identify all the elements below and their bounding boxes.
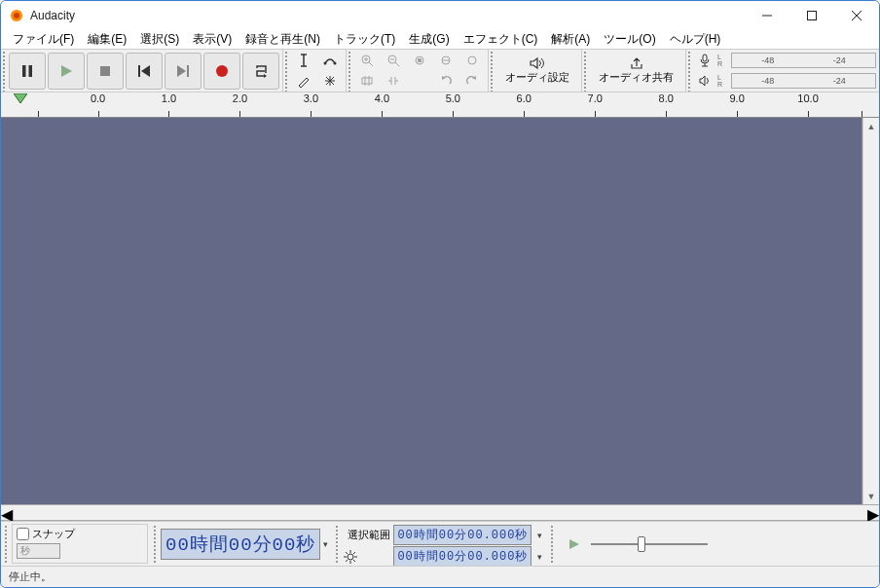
- track-canvas[interactable]: [1, 118, 862, 504]
- zoom-toggle-button[interactable]: [459, 51, 485, 70]
- bottom-grip-2[interactable]: [152, 524, 157, 564]
- menu-tracks[interactable]: トラック(T): [327, 29, 402, 50]
- status-text: 停止中。: [9, 570, 52, 584]
- menu-view[interactable]: 表示(V): [186, 29, 238, 50]
- main-time-display[interactable]: 00時間00分00秒: [161, 529, 320, 560]
- gear-icon[interactable]: [344, 550, 390, 564]
- selection-end-dropdown[interactable]: ▾: [534, 552, 544, 562]
- share-audio-button[interactable]: オーディオ共有: [589, 52, 683, 91]
- svg-rect-9: [100, 66, 110, 76]
- fit-selection-button[interactable]: [407, 51, 432, 70]
- fit-project-button[interactable]: [433, 51, 458, 70]
- minimize-button[interactable]: [745, 1, 789, 30]
- speaker-icon: [529, 56, 546, 70]
- draw-tool[interactable]: [291, 71, 316, 91]
- track-area: ▲ ▼: [1, 118, 879, 504]
- playback-meter[interactable]: -48-24: [731, 73, 876, 89]
- play-button[interactable]: [48, 53, 85, 90]
- silence-button[interactable]: [381, 71, 406, 91]
- menu-generate[interactable]: 生成(G): [402, 29, 456, 50]
- svg-point-20: [334, 62, 337, 65]
- record-meter[interactable]: -48-24: [731, 53, 876, 68]
- scroll-down-icon[interactable]: ▼: [863, 488, 879, 504]
- toolbar: オーディ設定 オーディオ共有 LR -48-24 LR -48-24: [1, 50, 879, 92]
- menu-effect[interactable]: エフェクト(C): [457, 29, 545, 50]
- menu-analyze[interactable]: 解析(A): [544, 29, 597, 50]
- undo-button[interactable]: [433, 71, 458, 91]
- svg-line-54: [353, 560, 355, 562]
- svg-rect-37: [362, 78, 372, 84]
- svg-line-26: [369, 62, 373, 66]
- svg-point-19: [324, 62, 327, 65]
- svg-point-36: [468, 56, 476, 64]
- menu-file[interactable]: ファイル(F): [6, 29, 81, 50]
- scroll-right-icon[interactable]: ▶: [867, 505, 879, 520]
- time-format-dropdown[interactable]: ▾: [320, 539, 330, 549]
- snap-checkbox[interactable]: [17, 528, 29, 540]
- stop-button[interactable]: [87, 53, 124, 90]
- svg-marker-15: [264, 74, 267, 78]
- selection-end-display[interactable]: 00時間00分00.000秒: [393, 546, 532, 567]
- snap-label: スナップ: [32, 527, 75, 541]
- selection-start-dropdown[interactable]: ▾: [534, 531, 544, 540]
- scroll-up-icon[interactable]: ▲: [863, 118, 879, 134]
- app-window: Audacity ファイル(F) 編集(E) 選択(S) 表示(V) 録音と再生…: [0, 0, 880, 588]
- close-button[interactable]: [834, 1, 879, 30]
- menu-edit[interactable]: 編集(E): [81, 29, 133, 50]
- bottom-grip-3[interactable]: [334, 524, 339, 564]
- envelope-tool[interactable]: [317, 51, 343, 70]
- svg-marker-11: [141, 65, 150, 77]
- slider-thumb[interactable]: [638, 536, 645, 552]
- menu-help[interactable]: ヘルプ(H): [663, 29, 728, 50]
- timeline-ruler[interactable]: 0.0 1.0 2.0 3.0 4.0 5.0 6.0 7.0 8.0 9.0 …: [1, 92, 879, 118]
- svg-rect-6: [22, 65, 26, 77]
- zoom-out-button[interactable]: [381, 51, 406, 70]
- horizontal-scrollbar[interactable]: ◀ ▶: [1, 504, 879, 521]
- svg-marker-12: [177, 65, 186, 77]
- menu-select[interactable]: 選択(S): [133, 29, 186, 50]
- pause-button[interactable]: [9, 53, 46, 90]
- multi-tool[interactable]: [317, 71, 343, 91]
- speaker-small-icon: [698, 74, 712, 88]
- snap-unit-select[interactable]: 秒: [17, 543, 60, 559]
- share-icon: [629, 56, 644, 70]
- vertical-scrollbar[interactable]: ▲ ▼: [862, 118, 879, 504]
- svg-line-56: [346, 560, 348, 562]
- redo-button[interactable]: [459, 71, 485, 91]
- playback-meter-button[interactable]: [694, 72, 715, 90]
- playback-speed-slider[interactable]: [591, 536, 708, 552]
- svg-rect-10: [138, 65, 140, 77]
- loop-button[interactable]: [242, 53, 279, 90]
- scroll-left-icon[interactable]: ◀: [1, 505, 13, 520]
- titlebar: Audacity: [1, 1, 879, 30]
- snap-panel: スナップ 秒: [12, 524, 148, 564]
- skip-end-button[interactable]: [165, 53, 202, 90]
- play-at-speed-button[interactable]: [564, 533, 585, 555]
- svg-marker-8: [61, 65, 72, 77]
- selection-start-display[interactable]: 00時間00分00.000秒: [393, 525, 532, 545]
- svg-rect-46: [703, 55, 707, 61]
- zoom-in-button[interactable]: [354, 51, 380, 70]
- svg-line-53: [346, 552, 348, 554]
- maximize-button[interactable]: [789, 1, 834, 30]
- app-title: Audacity: [30, 9, 745, 22]
- trim-button[interactable]: [354, 71, 380, 91]
- bottom-toolbar: スナップ 秒 00時間00分00秒 ▾ 選択範囲 00時間00分00.000秒 …: [1, 521, 879, 566]
- skip-start-button[interactable]: [126, 53, 163, 90]
- svg-marker-57: [569, 539, 579, 549]
- record-button[interactable]: [203, 53, 240, 90]
- svg-rect-7: [29, 65, 33, 77]
- svg-rect-3: [808, 12, 817, 20]
- svg-rect-33: [418, 58, 422, 62]
- audio-setup-button[interactable]: オーディ設定: [495, 52, 579, 91]
- selection-panel: 選択範囲 00時間00分00.000秒 ▾ 00時間00分00.000秒 ▾: [343, 524, 545, 564]
- menubar: ファイル(F) 編集(E) 選択(S) 表示(V) 録音と再生(N) トラック(…: [1, 30, 879, 50]
- svg-point-48: [348, 554, 353, 560]
- record-meter-button[interactable]: [694, 52, 715, 69]
- bottom-grip-4[interactable]: [549, 524, 554, 564]
- svg-point-1: [14, 13, 19, 18]
- menu-transport[interactable]: 録音と再生(N): [238, 29, 327, 50]
- menu-tools[interactable]: ツール(O): [597, 29, 662, 50]
- bottom-grip-1[interactable]: [3, 524, 8, 564]
- selection-tool[interactable]: [291, 51, 316, 70]
